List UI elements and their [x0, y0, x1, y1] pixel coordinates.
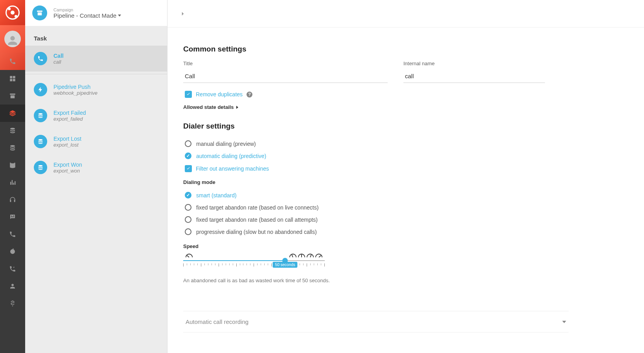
phone-icon: [34, 52, 47, 65]
nav-dashboard[interactable]: [0, 70, 25, 87]
chevron-right-icon: [236, 106, 238, 109]
radio-mode-fixed-live[interactable]: fixed target abandon rate (based on live…: [185, 201, 569, 213]
campaign-value: Pipeline - Contact Made: [53, 12, 121, 19]
title-input[interactable]: [183, 70, 388, 83]
task-title: Pipedrive Push: [53, 84, 98, 90]
task-item-pipedrive[interactable]: Pipedrive Pushwebhook_pipedrive: [25, 77, 167, 103]
task-title: Export Lost: [53, 136, 81, 142]
chevron-down-icon: [118, 15, 121, 17]
svg-line-1: [187, 256, 190, 257]
nav-phone-hash[interactable]: #: [0, 260, 25, 278]
task-section-heading: Task: [25, 26, 167, 46]
gauge-icons: [183, 252, 325, 259]
remove-duplicates-checkbox[interactable]: Remove duplicates ?: [185, 91, 569, 98]
speed-slider[interactable]: 50 seconds: [183, 252, 325, 267]
task-title: Export Failed: [53, 110, 86, 116]
dialer-settings-heading: Dialer settings: [183, 122, 569, 131]
common-settings-heading: Common settings: [183, 45, 569, 53]
breadcrumb: [167, 0, 644, 28]
task-sub: export_failed: [53, 116, 86, 122]
nav-layers[interactable]: [0, 105, 25, 122]
dialing-mode-group: smart (standard) fixed target abandon ra…: [185, 189, 569, 238]
speed-label: Speed: [183, 243, 569, 249]
archive-icon: [32, 6, 47, 20]
help-icon[interactable]: ?: [247, 92, 252, 97]
checkbox-checked-icon: [185, 165, 192, 172]
navigation-iconbar: #: [0, 0, 25, 353]
task-panel: Campaign Pipeline - Contact Made Task Ca…: [25, 0, 167, 353]
dialing-mode-label: Dialing mode: [183, 179, 569, 185]
nav-stats[interactable]: [0, 174, 25, 191]
recording-dropdown[interactable]: Automatic call recording: [183, 311, 569, 333]
filter-answering-machines-checkbox[interactable]: Filter out answering machines: [185, 165, 569, 172]
task-sub: export_lost: [53, 142, 81, 148]
nav-billing[interactable]: [0, 295, 25, 312]
db-icon: [34, 161, 47, 174]
campaign-label: Campaign: [53, 7, 121, 12]
svg-line-4: [310, 255, 311, 257]
recording-label: Automatic call recording: [186, 318, 248, 325]
campaign-selector[interactable]: Campaign Pipeline - Contact Made: [25, 0, 167, 26]
task-title: Call: [53, 53, 64, 59]
chevron-down-icon: [562, 321, 566, 323]
svg-text:#: #: [13, 266, 15, 268]
task-item-export-lost[interactable]: Export Lostexport_lost: [25, 129, 167, 154]
task-sub: webhook_pipedrive: [53, 90, 98, 96]
nav-dialer[interactable]: [0, 53, 25, 70]
internal-name-label: Internal name: [403, 61, 545, 66]
internal-name-input[interactable]: [403, 70, 545, 83]
nav-coins-1[interactable]: [0, 122, 25, 139]
dialer-type-group: manual dialing (preview) automatic diali…: [185, 138, 569, 162]
nav-archive[interactable]: [0, 87, 25, 105]
user-avatar[interactable]: [0, 25, 25, 53]
svg-line-5: [319, 256, 321, 257]
task-item-call[interactable]: Callcall: [25, 46, 167, 72]
task-item-export-failed[interactable]: Export Failedexport_failed: [25, 103, 167, 129]
nav-phone-2[interactable]: [0, 226, 25, 243]
radio-mode-progressive[interactable]: progressive dialing (slow but no abandon…: [185, 226, 569, 238]
nav-headphones[interactable]: [0, 191, 25, 208]
main-content: Common settings Title Internal name Remo…: [167, 0, 644, 353]
allowed-state-toggle[interactable]: Allowed state details: [183, 104, 569, 110]
nav-chat-stats[interactable]: [0, 208, 25, 226]
task-sub: call: [53, 59, 64, 65]
remove-duplicates-label: Remove duplicates: [196, 91, 243, 97]
svg-line-2: [292, 255, 293, 257]
app-logo[interactable]: [0, 0, 25, 25]
nav-user[interactable]: [0, 278, 25, 295]
task-sub: export_won: [53, 168, 82, 174]
nav-timer[interactable]: [0, 243, 25, 260]
speed-badge: 50 seconds: [273, 262, 298, 268]
db-icon: [34, 109, 47, 122]
nav-coins-2[interactable]: [0, 139, 25, 156]
task-title: Export Won: [53, 162, 82, 168]
radio-automatic-dialing[interactable]: automatic dialing (predictive): [185, 150, 569, 162]
db-icon: [34, 135, 47, 148]
radio-manual-dialing[interactable]: manual dialing (preview): [185, 138, 569, 150]
radio-mode-smart[interactable]: smart (standard): [185, 189, 569, 201]
bolt-icon: [34, 83, 47, 96]
checkbox-checked-icon: [185, 91, 192, 98]
title-label: Title: [183, 61, 388, 66]
nav-database[interactable]: [0, 156, 25, 174]
filter-am-label: Filter out answering machines: [196, 165, 269, 172]
task-item-export-won[interactable]: Export Wonexport_won: [25, 154, 167, 180]
speed-help-text: An abandoned call is as bad as wasted wo…: [183, 278, 569, 283]
radio-mode-fixed-attempts[interactable]: fixed target abandon rate (based on call…: [185, 213, 569, 226]
chevron-right-icon: [179, 10, 186, 17]
